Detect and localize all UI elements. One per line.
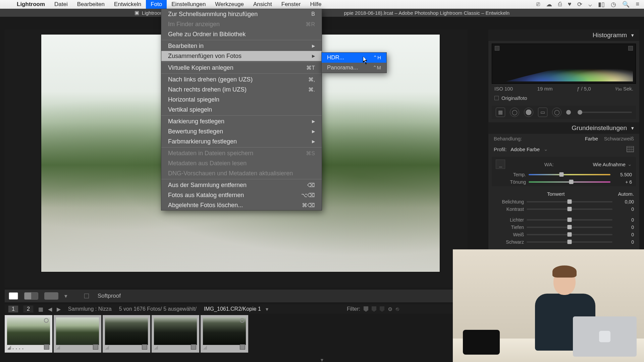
profile-browser-icon[interactable] (627, 146, 634, 152)
tint-slider[interactable] (529, 181, 610, 183)
next-photo[interactable]: ▶ (57, 306, 61, 312)
wb-caret-icon[interactable]: ⌄ (628, 161, 632, 167)
brush-tool[interactable] (566, 110, 571, 115)
before-after-button[interactable] (24, 292, 38, 300)
menu-item[interactable]: Fotos aus Katalog entfernen⌥⌫ (161, 190, 322, 200)
submenu-item[interactable]: HDR...⌃H (322, 53, 386, 63)
menu-item[interactable]: Nach links drehen (gegen UZS)⌘, (161, 74, 322, 84)
menu-item[interactable]: Zusammenfügen von Fotos (161, 51, 322, 61)
menu-fenster[interactable]: Fenster (277, 0, 306, 9)
menu-item[interactable]: Zur Schnellsammlung hinzufügenB (161, 9, 322, 19)
tray-icon[interactable]: ⟳ (577, 1, 582, 8)
slider-value[interactable]: 0 (615, 225, 634, 230)
thumbnail[interactable] (201, 315, 248, 353)
menu-datei[interactable]: Datei (50, 0, 72, 9)
temp-slider[interactable] (529, 174, 610, 175)
thumbnail[interactable] (54, 315, 101, 353)
menu-item[interactable]: Bewertung festlegen (161, 126, 322, 136)
current-file[interactable]: IMG_1061.CR2/Kopie 1 (204, 306, 261, 312)
menu-item[interactable]: Markierung festlegen (161, 116, 322, 126)
menu-item[interactable]: Bearbeiten in (161, 41, 322, 51)
battery-icon[interactable]: ▮▯ (598, 1, 605, 8)
menu-einstellungen[interactable]: Einstellungen (167, 0, 210, 9)
menu-entwickeln[interactable]: Entwickeln (109, 0, 146, 9)
menu-werkzeuge[interactable]: Werkzeuge (210, 0, 249, 9)
tray-icon[interactable]: ⎙ (558, 1, 562, 8)
wifi-icon[interactable]: ⌵ (588, 1, 592, 8)
treatment-color[interactable]: Farbe (585, 136, 598, 141)
treatment-bw[interactable]: Schwarzweiß (604, 136, 634, 141)
profile-caret-icon[interactable]: ⌄ (544, 146, 548, 152)
menu-hilfe[interactable]: Hilfe (305, 0, 326, 9)
thumbnail[interactable]: ★ • • • • (5, 315, 52, 353)
menu-item[interactable]: Nach rechts drehen (im UZS)⌘. (161, 84, 322, 95)
slider-value[interactable]: 0 (615, 232, 634, 237)
auto-tone-button[interactable]: Autom. (618, 191, 634, 197)
submenu-item[interactable]: Panorama...⌃M (322, 63, 386, 73)
menu-item[interactable]: Abgelehnte Fotos löschen...⌘⌫ (161, 200, 322, 210)
tone-slider[interactable] (527, 234, 612, 235)
slider-value[interactable]: 0 (615, 239, 634, 245)
menu-foto[interactable]: Foto (146, 0, 167, 9)
grid-icon[interactable]: ▦ (38, 306, 43, 312)
filter-lock-icon[interactable]: ⎋ (396, 306, 399, 312)
loupe-view-button[interactable] (9, 292, 18, 300)
clip-shadow-icon[interactable] (495, 46, 499, 51)
wb-value[interactable]: Wie Aufnahme (593, 162, 626, 167)
slider-value[interactable]: 0 (615, 217, 634, 223)
menu-item[interactable]: Gehe zu Ordner in Bibliothek (161, 29, 322, 39)
histogram[interactable] (492, 44, 636, 84)
spot-tool[interactable]: ◯ (510, 108, 519, 117)
unflag-filter[interactable] (372, 306, 376, 312)
tint-value[interactable]: + 6 (613, 179, 632, 185)
menu-item: Metadaten aus Dateien lesen (161, 158, 322, 168)
wb-picker-icon[interactable]: ⎯ (496, 160, 505, 169)
menu-bearbeiten[interactable]: Bearbeiten (72, 0, 109, 9)
tone-slider[interactable] (527, 208, 612, 210)
original-checkbox[interactable] (494, 96, 499, 100)
menu-item[interactable]: Virtuelle Kopien anlegen⌘T (161, 63, 322, 73)
menu-item[interactable]: Horizontal spiegeln (161, 95, 322, 105)
basic-header[interactable]: Grundeinstellungen▼ (488, 122, 639, 134)
app-name[interactable]: Lightroom (12, 1, 50, 8)
histogram-header[interactable]: Histogramm▼ (488, 29, 639, 41)
thumbnail[interactable] (152, 315, 199, 353)
tool-slider[interactable] (578, 112, 632, 113)
menu-icon[interactable]: ≡ (636, 1, 639, 8)
tray-icon[interactable]: ⎚ (536, 1, 540, 8)
monitor-2[interactable]: 2 (23, 305, 34, 313)
profile-value[interactable]: Adobe Farbe (511, 146, 540, 152)
compare-button[interactable] (44, 292, 58, 300)
search-icon[interactable]: 🔍 (622, 1, 630, 8)
panel-toggle-icon[interactable]: ▼ (320, 357, 324, 362)
menu-item[interactable]: Farbmarkierung festlegen (161, 136, 322, 146)
thumbnail[interactable] (103, 315, 150, 353)
clock-icon[interactable]: ◷ (611, 1, 616, 8)
caret-icon[interactable]: ▾ (266, 306, 268, 312)
prev-photo[interactable]: ◀ (48, 306, 52, 312)
temp-value[interactable]: 5.500 (613, 172, 632, 177)
dropdown-caret-icon[interactable]: ▾ (64, 293, 67, 300)
reject-filter[interactable] (380, 306, 384, 312)
tray-icon[interactable]: ☁ (546, 1, 552, 8)
window-titlebar: ▣ Lightroom ppie 2018-06-18).lrcat – Ado… (0, 9, 644, 17)
tray-icon[interactable]: ♥ (568, 1, 572, 8)
tone-slider[interactable] (527, 227, 612, 228)
slider-value[interactable]: 0,00 (615, 199, 634, 204)
menu-item[interactable]: Vertikal spiegeln (161, 105, 322, 115)
flag-filter[interactable] (364, 306, 368, 312)
clip-highlight-icon[interactable] (628, 46, 633, 51)
softproof-checkbox[interactable] (84, 294, 89, 298)
grad-tool[interactable]: ▭ (538, 108, 547, 117)
slider-value[interactable]: 0 (615, 206, 634, 212)
filter-menu-icon[interactable]: ⚙ (388, 306, 392, 312)
crop-tool[interactable]: ▦ (496, 108, 505, 117)
tone-slider[interactable] (527, 201, 612, 202)
tone-slider[interactable] (527, 241, 612, 243)
menu-ansicht[interactable]: Ansicht (249, 0, 277, 9)
radial-tool[interactable]: ◯ (552, 108, 561, 117)
menu-item[interactable]: Aus der Sammlung entfernen⌫ (161, 180, 322, 190)
monitor-1[interactable]: 1 (8, 305, 18, 313)
redeye-tool[interactable] (524, 108, 533, 117)
tone-slider[interactable] (527, 219, 612, 221)
